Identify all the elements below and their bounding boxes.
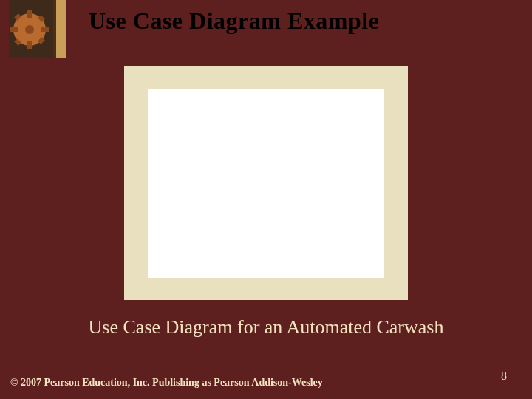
- svg-rect-4: [10, 27, 18, 32]
- logo-image: [9, 0, 66, 58]
- svg-rect-5: [41, 27, 49, 32]
- svg-rect-3: [27, 41, 32, 49]
- svg-rect-11: [53, 0, 56, 58]
- slide-title: Use Case Diagram Example: [89, 7, 379, 35]
- svg-rect-2: [27, 10, 32, 18]
- copyright-text: © 2007 Pearson Education, Inc. Publishin…: [10, 377, 323, 389]
- figure-caption: Use Case Diagram for an Automated Carwas…: [0, 316, 532, 338]
- svg-point-1: [25, 25, 34, 34]
- figure-frame: [124, 66, 408, 300]
- page-number: 8: [501, 369, 507, 383]
- figure-placeholder: [148, 89, 384, 278]
- gear-icon: [9, 0, 66, 58]
